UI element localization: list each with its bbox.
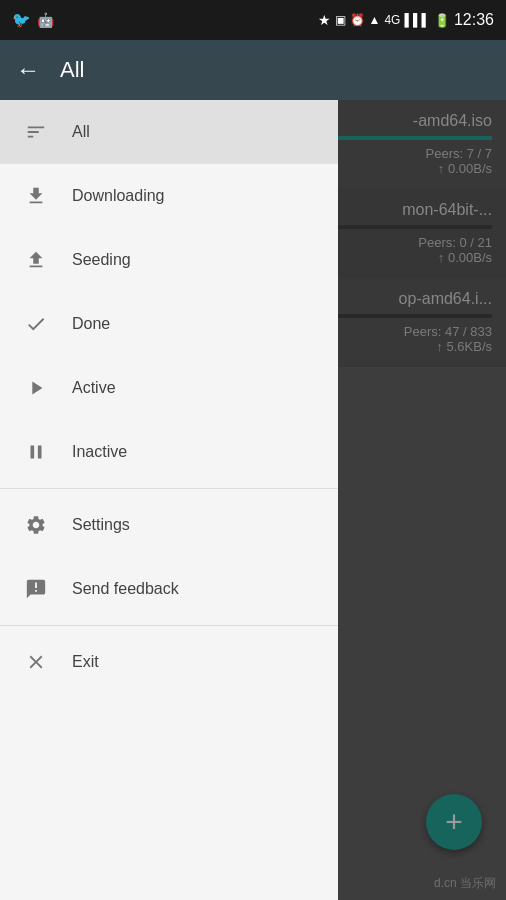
menu-item-downloading[interactable]: Downloading bbox=[0, 164, 338, 228]
check-icon bbox=[16, 313, 56, 335]
android-icon: 🤖 bbox=[37, 12, 54, 28]
menu-item-seeding[interactable]: Seeding bbox=[0, 228, 338, 292]
status-bar-left: 🐦 🤖 bbox=[12, 11, 54, 29]
network-4g-label: 4G bbox=[384, 13, 400, 27]
menu-downloading-label: Downloading bbox=[72, 187, 165, 205]
play-icon bbox=[16, 377, 56, 399]
menu-list: All Downloading Seeding bbox=[0, 100, 338, 900]
menu-item-feedback[interactable]: Send feedback bbox=[0, 557, 338, 621]
menu-all-label: All bbox=[72, 123, 90, 141]
alarm-icon: ⏰ bbox=[350, 13, 365, 27]
back-button[interactable]: ← bbox=[16, 56, 40, 84]
feedback-icon bbox=[16, 578, 56, 600]
sort-icon bbox=[16, 121, 56, 143]
upload-icon bbox=[16, 249, 56, 271]
menu-item-inactive[interactable]: Inactive bbox=[0, 420, 338, 484]
menu-divider-1 bbox=[0, 488, 338, 489]
menu-seeding-label: Seeding bbox=[72, 251, 131, 269]
menu-item-exit[interactable]: Exit bbox=[0, 630, 338, 694]
battery-icon: 🔋 bbox=[434, 13, 450, 28]
settings-icon bbox=[16, 514, 56, 536]
menu-item-active[interactable]: Active bbox=[0, 356, 338, 420]
menu-item-done[interactable]: Done bbox=[0, 292, 338, 356]
menu-feedback-label: Send feedback bbox=[72, 580, 179, 598]
menu-done-label: Done bbox=[72, 315, 110, 333]
menu-active-label: Active bbox=[72, 379, 116, 397]
menu-inactive-label: Inactive bbox=[72, 443, 127, 461]
wifi-icon: ▲ bbox=[369, 13, 381, 27]
star-icon: ★ bbox=[318, 12, 331, 28]
app-bar-title: All bbox=[60, 57, 84, 83]
navigation-drawer: ← All All Downloading bbox=[0, 0, 338, 900]
status-bar: 🐦 🤖 ★ ▣ ⏰ ▲ 4G ▌▌▌ 🔋 12:36 bbox=[0, 0, 506, 40]
app-bar: ← All bbox=[0, 40, 506, 100]
clock-time: 12:36 bbox=[454, 11, 494, 29]
menu-divider-2 bbox=[0, 625, 338, 626]
menu-exit-label: Exit bbox=[72, 653, 99, 671]
exit-icon bbox=[16, 651, 56, 673]
signal-bars-icon: ▌▌▌ bbox=[404, 13, 430, 27]
pause-icon bbox=[16, 441, 56, 463]
download-icon bbox=[16, 185, 56, 207]
menu-item-all[interactable]: All bbox=[0, 100, 338, 164]
torrent-app-icon: 🐦 bbox=[12, 11, 31, 29]
menu-item-settings[interactable]: Settings bbox=[0, 493, 338, 557]
status-bar-right: ★ ▣ ⏰ ▲ 4G ▌▌▌ 🔋 12:36 bbox=[318, 11, 494, 29]
vibrate-icon: ▣ bbox=[335, 13, 346, 27]
menu-settings-label: Settings bbox=[72, 516, 130, 534]
